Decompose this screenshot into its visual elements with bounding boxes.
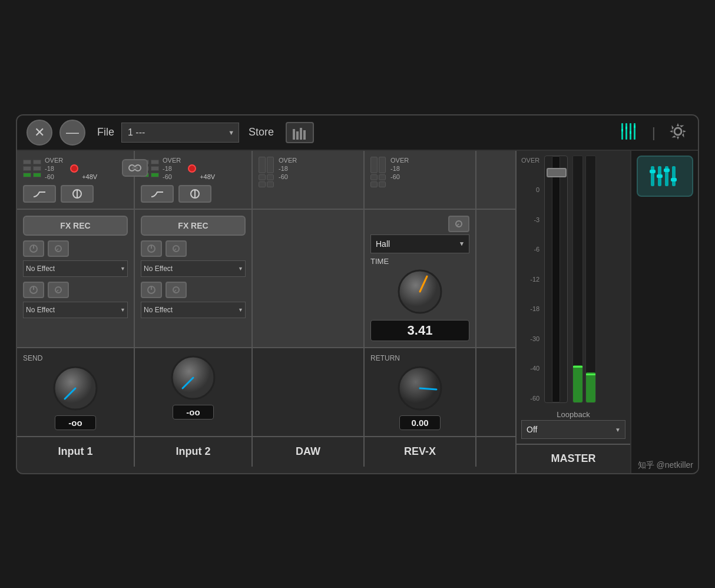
master-fader-handle[interactable] xyxy=(547,168,567,177)
meter-button[interactable] xyxy=(286,122,314,143)
fx-edit-button-revx[interactable] xyxy=(448,216,469,232)
store-button[interactable]: Store xyxy=(249,126,274,138)
fx-select-wrapper-1b: No EffectChorusDelayReverb xyxy=(23,302,128,318)
db-scale: OVER 0 -3 -6 -12 -18 -30 -40 -60 xyxy=(521,156,539,403)
fx-power-button-2b[interactable] xyxy=(141,282,162,298)
revx-db18: -18 xyxy=(390,165,409,172)
eq-icon xyxy=(619,121,643,142)
send-channel-input2: -oo xyxy=(135,348,253,436)
eq-button[interactable] xyxy=(619,121,643,144)
send-knob-1[interactable] xyxy=(52,365,99,412)
fx-rec-button-1[interactable]: FX REC xyxy=(23,216,128,236)
fx-row-1b xyxy=(23,282,128,298)
meter-icon xyxy=(292,125,308,140)
edit-icon-1a xyxy=(54,245,62,253)
fx-select-2a[interactable]: No EffectChorusDelayReverb xyxy=(141,260,246,277)
svg-line-31 xyxy=(174,249,176,250)
fx-rec-button-2[interactable]: FX REC xyxy=(141,216,246,236)
fx-select-1a[interactable]: No EffectChorusDelayReverb xyxy=(23,260,128,277)
revx-time-label: TIME xyxy=(370,257,469,266)
fx-power-button-1b[interactable] xyxy=(23,282,44,298)
phase-button-1[interactable] xyxy=(61,185,94,203)
send-knob-2[interactable] xyxy=(170,354,217,401)
svg-line-35 xyxy=(174,290,176,292)
fx-power-button-1a[interactable] xyxy=(23,240,44,257)
db-6: -6 xyxy=(521,246,539,253)
level-bar-left xyxy=(572,156,583,403)
revx-db60: -60 xyxy=(390,173,409,180)
filter-btns-1 xyxy=(23,185,128,203)
svg-rect-11 xyxy=(634,125,635,128)
svg-rect-1 xyxy=(296,131,299,140)
settings-button[interactable] xyxy=(667,121,688,144)
fx-edit-button-1a[interactable] xyxy=(48,240,69,257)
over-label-2: OVER xyxy=(163,157,181,164)
level-peak-right xyxy=(586,374,595,375)
fx-select-wrapper-2b: No EffectChorusDelayReverb xyxy=(141,302,246,318)
daw-db18: -18 xyxy=(279,165,297,172)
power-icon-1a xyxy=(29,244,38,253)
channel-name-input2: Input 2 xyxy=(135,437,253,467)
daw-db60: -60 xyxy=(279,173,297,180)
preset-select[interactable]: 1 --- 2 --- 3 --- xyxy=(121,123,239,143)
level-fill-right xyxy=(586,372,595,402)
db-40: -40 xyxy=(521,365,539,372)
minimize-icon: — xyxy=(66,125,79,140)
db-60: -60 xyxy=(521,395,539,402)
fx-select-1b[interactable]: No EffectChorusDelayReverb xyxy=(23,302,128,318)
gear-icon xyxy=(667,121,688,142)
fx-edit-button-1b[interactable] xyxy=(48,282,69,298)
revx-time-display: 3.41 xyxy=(370,320,469,341)
svg-rect-52 xyxy=(672,166,676,186)
send-channel-revx: RETURN xyxy=(365,348,476,436)
send-channel-input1: SEND xyxy=(17,348,135,436)
fx-edit-button-2a[interactable] xyxy=(165,240,187,257)
highpass-button-2[interactable] xyxy=(141,185,174,203)
db18-label-2: -18 xyxy=(163,165,181,172)
loopback-select[interactable]: Off On xyxy=(521,420,625,439)
db60-label-2: -60 xyxy=(163,173,181,180)
fx-row-2a xyxy=(141,240,246,257)
master-panel: OVER 0 -3 -6 -12 -18 -30 -40 -60 xyxy=(515,151,630,473)
close-icon: ✕ xyxy=(34,125,45,140)
svg-line-37 xyxy=(457,224,459,226)
channel-fx-revx: HallRoomPlate ▼ TIME xyxy=(365,210,476,347)
return-knob[interactable] xyxy=(396,365,443,412)
svg-rect-15 xyxy=(132,167,138,169)
input-section-top: OVER -18 -60 +48V xyxy=(17,151,515,210)
file-label: File xyxy=(97,126,114,138)
channel-names-section: Input 1 Input 2 DAW REV-X xyxy=(17,437,515,467)
svg-rect-3 xyxy=(303,130,306,140)
master-fader[interactable] xyxy=(544,156,568,403)
fx-edit-button-2b[interactable] xyxy=(165,282,187,298)
edit-icon-2b xyxy=(172,286,180,294)
highpass-button-1[interactable] xyxy=(23,185,56,203)
db-18: -18 xyxy=(521,305,539,312)
svg-point-12 xyxy=(674,128,681,135)
send-label-1: SEND xyxy=(23,354,42,362)
link-button[interactable] xyxy=(122,159,148,177)
knob-container-return: 0.00 xyxy=(396,365,443,430)
close-button[interactable]: ✕ xyxy=(27,120,52,146)
db-over: OVER xyxy=(521,157,539,164)
highpass-icon-1 xyxy=(31,189,48,199)
minimize-button[interactable]: — xyxy=(59,120,85,146)
channel-strip-top-input2: OVER -18 -60 +48V xyxy=(135,151,253,209)
phase-button-2[interactable] xyxy=(178,185,211,203)
mixer-view-button[interactable] xyxy=(637,156,693,197)
edit-icon-2a xyxy=(172,245,180,253)
fx-power-button-2a[interactable] xyxy=(141,240,162,257)
channel-name-revx: REV-X xyxy=(365,437,476,467)
fx-select-wrapper-1a: No EffectChorusDelayReverb xyxy=(23,260,128,277)
send-channel-daw xyxy=(253,348,365,436)
revx-time-knob[interactable] xyxy=(396,268,443,315)
fx-row-2b xyxy=(141,282,246,298)
revx-type-select[interactable]: HallRoomPlate xyxy=(370,234,469,253)
db-3: -3 xyxy=(521,216,539,223)
svg-rect-51 xyxy=(664,169,670,172)
level-bar-right xyxy=(585,156,596,403)
fx-select-2b[interactable]: No EffectChorusDelayReverb xyxy=(141,302,246,318)
highpass-icon-2 xyxy=(149,189,165,199)
level-bars xyxy=(572,156,596,403)
edit-icon-1b xyxy=(54,286,62,294)
